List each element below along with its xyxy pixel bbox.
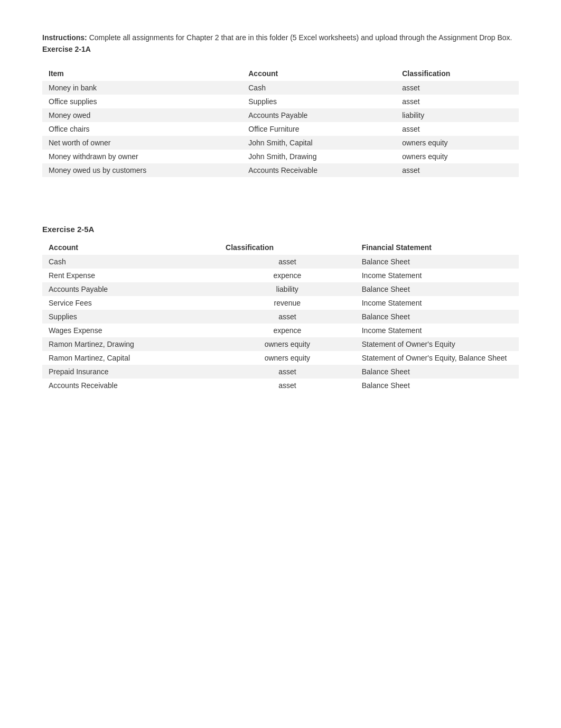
cell-classification: asset [219, 255, 356, 269]
table-row: Money owed us by customersAccounts Recei… [42, 163, 519, 177]
cell-account: Supplies [242, 95, 396, 108]
cell-item: Net worth of owner [42, 136, 242, 150]
cell-classification: revenue [219, 296, 356, 310]
cell-financial-statement: Income Statement [356, 269, 519, 282]
table-row: Ramon Martinez, Capitalowners equityStat… [42, 351, 519, 365]
header-item: Item [42, 66, 242, 81]
instructions-block: Instructions: Complete all assignments f… [42, 32, 519, 56]
cell-financial-statement: Income Statement [356, 324, 519, 337]
cell-classification: liability [219, 282, 356, 296]
cell-classification: owners equity [396, 136, 519, 150]
cell-account: John Smith, Drawing [242, 150, 396, 163]
header-financial-statement: Financial Statement [356, 240, 519, 255]
cell-classification: owners equity [219, 351, 356, 365]
cell-account: Wages Expense [42, 324, 219, 337]
cell-classification: liability [396, 108, 519, 122]
section-spacer-1 [42, 182, 519, 225]
cell-classification: asset [396, 81, 519, 95]
table-row: Prepaid InsuranceassetBalance Sheet [42, 365, 519, 379]
table-row: Service FeesrevenueIncome Statement [42, 296, 519, 310]
table-row: Accounts PayableliabilityBalance Sheet [42, 282, 519, 296]
cell-account: Accounts Payable [42, 282, 219, 296]
cell-classification: owners equity [396, 150, 519, 163]
cell-account: Cash [242, 81, 396, 95]
cell-financial-statement: Balance Sheet [356, 379, 519, 392]
exercise-2-5a-table: Account Classification Financial Stateme… [42, 240, 519, 392]
cell-item: Money owed us by customers [42, 163, 242, 177]
table-row: Net worth of ownerJohn Smith, Capitalown… [42, 136, 519, 150]
cell-account: John Smith, Capital [242, 136, 396, 150]
cell-item: Office supplies [42, 95, 242, 108]
cell-classification: expence [219, 324, 356, 337]
cell-account: Ramon Martinez, Drawing [42, 337, 219, 351]
cell-classification: asset [396, 122, 519, 136]
exercise-2-5a-title: Exercise 2-5A [42, 225, 519, 234]
cell-item: Money owed [42, 108, 242, 122]
table-row: CashassetBalance Sheet [42, 255, 519, 269]
cell-account: Prepaid Insurance [42, 365, 219, 379]
cell-classification: owners equity [219, 337, 356, 351]
cell-classification: asset [219, 379, 356, 392]
cell-financial-statement: Income Statement [356, 296, 519, 310]
cell-classification: asset [396, 95, 519, 108]
cell-account: Accounts Payable [242, 108, 396, 122]
cell-account: Office Furniture [242, 122, 396, 136]
table-row: Office suppliesSuppliesasset [42, 95, 519, 108]
cell-account: Supplies [42, 310, 219, 324]
cell-classification: asset [219, 365, 356, 379]
table-row: Money owedAccounts Payableliability [42, 108, 519, 122]
table-row: Accounts ReceivableassetBalance Sheet [42, 379, 519, 392]
instructions-text: Complete all assignments for Chapter 2 t… [87, 33, 512, 42]
cell-financial-statement: Balance Sheet [356, 255, 519, 269]
cell-financial-statement: Balance Sheet [356, 310, 519, 324]
cell-account: Ramon Martinez, Capital [42, 351, 219, 365]
table-row: Money withdrawn by ownerJohn Smith, Draw… [42, 150, 519, 163]
table-row: Rent ExpenseexpenceIncome Statement [42, 269, 519, 282]
cell-financial-statement: Balance Sheet [356, 282, 519, 296]
header-account: Account [242, 66, 396, 81]
table-row: SuppliesassetBalance Sheet [42, 310, 519, 324]
header-classification-2: Classification [219, 240, 356, 255]
cell-account: Service Fees [42, 296, 219, 310]
header-account-2: Account [42, 240, 219, 255]
cell-classification: asset [219, 310, 356, 324]
cell-financial-statement: Statement of Owner's Equity, Balance She… [356, 351, 519, 365]
cell-item: Office chairs [42, 122, 242, 136]
cell-classification: asset [396, 163, 519, 177]
cell-item: Money withdrawn by owner [42, 150, 242, 163]
table-row: Money in bankCashasset [42, 81, 519, 95]
exercise-1a-title: Exercise 2-1A [42, 45, 91, 53]
exercise-1a-table: Item Account Classification Money in ban… [42, 66, 519, 177]
table-row: Wages ExpenseexpenceIncome Statement [42, 324, 519, 337]
cell-financial-statement: Balance Sheet [356, 365, 519, 379]
table-row: Office chairsOffice Furnitureasset [42, 122, 519, 136]
instructions-bold: Instructions: [42, 33, 87, 42]
cell-item: Money in bank [42, 81, 242, 95]
cell-classification: expence [219, 269, 356, 282]
header-classification: Classification [396, 66, 519, 81]
cell-financial-statement: Statement of Owner's Equity [356, 337, 519, 351]
cell-account: Accounts Receivable [242, 163, 396, 177]
cell-account: Cash [42, 255, 219, 269]
cell-account: Rent Expense [42, 269, 219, 282]
cell-account: Accounts Receivable [42, 379, 219, 392]
table-row: Ramon Martinez, Drawingowners equityStat… [42, 337, 519, 351]
